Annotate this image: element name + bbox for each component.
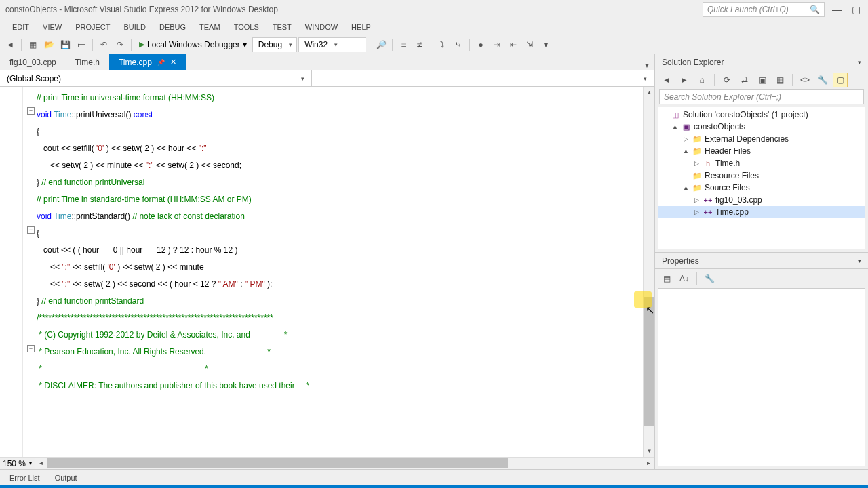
open-file-button[interactable]: 📂 (41, 37, 56, 52)
scope-dropdown[interactable]: (Global Scope) ▾ (0, 70, 312, 86)
se-properties-button[interactable]: 🔧 (815, 73, 830, 87)
tree-node[interactable]: ▷++Time.cpp (658, 206, 865, 218)
tree-node[interactable]: 📁Resource Files (658, 169, 865, 182)
proj-icon: ▣ (681, 121, 692, 132)
solution-explorer-header[interactable]: Solution Explorer ▾ (655, 54, 868, 70)
properties-grid[interactable] (658, 288, 865, 466)
outline-collapse-button[interactable]: − (27, 107, 35, 115)
scroll-right-button[interactable]: ► (643, 458, 654, 469)
solution-explorer-tree[interactable]: ◫Solution 'constoObjects' (1 project)▲▣c… (658, 107, 865, 249)
categorized-button[interactable]: ▤ (659, 271, 674, 286)
document-tab[interactable]: Time.h (66, 54, 109, 70)
tree-expander[interactable]: ▲ (682, 148, 690, 155)
menu-build[interactable]: BUILD (117, 20, 153, 34)
step-button[interactable]: ⇤ (506, 37, 521, 52)
solution-platform-dropdown[interactable]: Win32 ▾ (298, 37, 366, 52)
comment-button[interactable]: ≡ (396, 37, 411, 52)
save-button[interactable]: 💾 (58, 37, 73, 52)
se-code-button[interactable]: <> (797, 73, 812, 87)
member-dropdown[interactable]: ▾ (312, 70, 654, 86)
find-in-files-button[interactable]: 🔎 (374, 37, 389, 52)
tab-label: Time.cpp (119, 58, 152, 67)
undo-button[interactable]: ↶ (96, 37, 111, 52)
vertical-scrollbar[interactable]: ▲ ▼ (643, 87, 654, 457)
close-tab-button[interactable]: ✕ (170, 58, 176, 66)
tree-node[interactable]: ▲▣constoObjects (658, 121, 865, 133)
tree-node[interactable]: ▲📁Header Files (658, 145, 865, 157)
toolbar-overflow-button[interactable]: ▾ (538, 37, 553, 52)
minimize-button[interactable]: — (830, 4, 844, 15)
tree-expander[interactable]: ▷ (693, 209, 701, 216)
solution-config-dropdown[interactable]: Debug ▾ (252, 37, 297, 52)
se-forward-button[interactable]: ► (677, 73, 692, 87)
menu-window[interactable]: WINDOW (298, 20, 344, 34)
navigate-back-button[interactable]: ◄ (3, 37, 18, 52)
se-collapse-button[interactable]: ▣ (755, 73, 770, 87)
se-preview-button[interactable]: ▢ (833, 73, 848, 87)
tree-expander[interactable]: ▷ (693, 197, 701, 203)
step-button[interactable]: ⇲ (522, 37, 537, 52)
scroll-up-button[interactable]: ▲ (644, 87, 654, 98)
new-project-button[interactable]: ▦ (25, 37, 40, 52)
tree-node[interactable]: ▲📁Source Files (658, 182, 865, 194)
tree-node[interactable]: ▷++fig10_03.cpp (658, 194, 865, 206)
tree-expander[interactable]: ▲ (682, 184, 690, 191)
document-tab[interactable]: fig10_03.cpp (0, 54, 66, 70)
document-tab[interactable]: Time.cpp📌✕ (109, 54, 186, 70)
alphabetical-button[interactable]: A↓ (677, 271, 692, 286)
maximize-button[interactable]: ▢ (849, 4, 863, 15)
uncomment-button[interactable]: ≢ (412, 37, 427, 52)
menu-tools[interactable]: TOOLS (227, 20, 266, 34)
quick-launch-input[interactable]: Quick Launch (Ctrl+Q) 🔍 (703, 2, 825, 17)
document-tabs: fig10_03.cppTime.hTime.cpp📌✕▾ (0, 54, 654, 70)
menu-view[interactable]: VIEW (36, 20, 68, 34)
se-sync-button[interactable]: ⇄ (737, 73, 752, 87)
outline-collapse-button[interactable]: − (27, 226, 35, 234)
properties-header[interactable]: Properties ▾ (655, 253, 868, 269)
code-text[interactable]: // print Time in universal-time format (… (37, 89, 309, 394)
tree-label: Source Files (705, 183, 750, 192)
se-back-button[interactable]: ◄ (659, 73, 674, 87)
bottom-tab-error-list[interactable]: Error List (3, 472, 47, 484)
tree-node[interactable]: ▷📁External Dependencies (658, 133, 865, 145)
tree-label: Time.cpp (715, 207, 749, 217)
tree-label: fig10_03.cpp (715, 195, 762, 205)
tree-node[interactable]: ▷hTime.h (658, 157, 865, 169)
bottom-tab-output[interactable]: Output (48, 472, 84, 484)
tab-label: fig10_03.cpp (9, 58, 56, 67)
zoom-dropdown[interactable]: 150 % ▾ (0, 458, 35, 469)
redo-button[interactable]: ↷ (113, 37, 127, 52)
breakpoint-button[interactable]: ● (473, 37, 488, 52)
property-pages-button[interactable]: 🔧 (702, 271, 717, 286)
start-debugging-button[interactable]: ▶ Local Windows Debugger ▾ (135, 37, 251, 52)
tree-expander[interactable]: ▷ (693, 160, 701, 167)
solution-explorer-search[interactable]: Search Solution Explorer (Ctrl+;) (659, 89, 864, 104)
code-editor[interactable]: − − − // print Time in universal-time fo… (0, 87, 654, 457)
save-all-button[interactable]: 🗃 (74, 37, 89, 52)
chevron-down-icon: ▾ (858, 258, 861, 264)
scrollbar-thumb[interactable] (644, 297, 654, 426)
horizontal-scrollbar[interactable]: ◄ ► (35, 458, 654, 469)
se-home-button[interactable]: ⌂ (694, 73, 709, 87)
menu-debug[interactable]: DEBUG (153, 20, 193, 34)
tree-expander[interactable]: ▷ (682, 136, 690, 142)
scroll-left-button[interactable]: ◄ (35, 458, 47, 469)
menu-team[interactable]: TEAM (193, 20, 227, 34)
tree-expander[interactable]: ▲ (671, 123, 679, 130)
scroll-down-button[interactable]: ▼ (644, 445, 654, 457)
se-show-all-button[interactable]: ▦ (772, 73, 787, 87)
outline-collapse-button[interactable]: − (27, 345, 35, 352)
tree-node[interactable]: ◫Solution 'constoObjects' (1 project) (658, 108, 865, 121)
menu-test[interactable]: TEST (266, 20, 298, 34)
se-refresh-button[interactable]: ⟳ (719, 73, 734, 87)
menu-help[interactable]: HELP (344, 20, 378, 34)
scrollbar-thumb[interactable] (47, 458, 508, 468)
menu-project[interactable]: PROJECT (68, 20, 117, 34)
step-over-button[interactable]: ⤵ (435, 37, 450, 52)
tabs-overflow-button[interactable]: ▾ (639, 60, 654, 70)
step-button[interactable]: ⇥ (490, 37, 505, 52)
step-into-button[interactable]: ⤷ (451, 37, 466, 52)
right-panel-group: Solution Explorer ▾ ◄ ► ⌂ ⟳ ⇄ ▣ ▦ <> 🔧 ▢… (654, 54, 868, 469)
menu-edit[interactable]: EDIT (5, 20, 36, 34)
pin-icon[interactable]: 📌 (157, 59, 165, 66)
